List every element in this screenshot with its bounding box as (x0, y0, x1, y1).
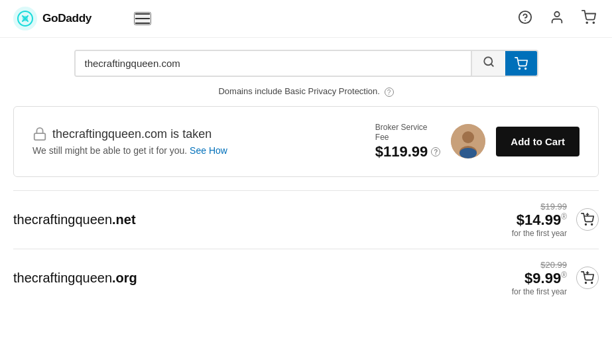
see-how-link[interactable]: See How (190, 145, 227, 156)
domain-row-pricing-org: $20.99 $9.99® for the first year (512, 260, 567, 296)
logo-text: GoDaddy (42, 7, 115, 30)
domain-taken-card: thecraftingqueen.com is taken We still m… (13, 106, 599, 177)
svg-point-22 (591, 282, 593, 284)
taken-description: We still might be able to get it for you… (32, 145, 187, 156)
search-button[interactable] (471, 51, 505, 76)
broker-label-line2: Fee (375, 133, 389, 142)
cart-search-icon (515, 57, 528, 70)
add-to-cart-net-button[interactable] (576, 208, 599, 231)
svg-point-14 (462, 131, 474, 143)
svg-point-17 (585, 224, 587, 225)
svg-point-7 (593, 22, 594, 23)
svg-text:GoDaddy: GoDaddy (42, 11, 92, 25)
broker-label: Broker Service Fee (375, 123, 441, 143)
sale-price-org: $9.99® (524, 270, 567, 287)
search-input[interactable] (76, 51, 471, 76)
domain-row-name-net: thecraftingqueen.net (13, 212, 512, 227)
help-icon (518, 10, 532, 25)
privacy-note: Domains include Basic Privacy Protection… (0, 82, 612, 106)
svg-point-16 (459, 148, 477, 158)
svg-line-9 (491, 64, 493, 66)
svg-point-10 (519, 68, 520, 69)
first-year-org: for the first year (512, 287, 567, 296)
sale-price-net: $14.99® (517, 212, 567, 229)
broker-price-info-icon: ? (431, 147, 440, 156)
add-cart-net-icon (581, 213, 594, 226)
logo[interactable]: GoDaddy (13, 7, 115, 30)
cart-search-button[interactable] (505, 51, 537, 76)
search-bar (74, 50, 538, 77)
broker-section: Broker Service Fee $119.99 ? Add to Cart (375, 123, 580, 160)
search-section (0, 38, 612, 82)
sale-price-value-net: $14.99 (517, 212, 561, 228)
broker-price: $119.99 ? (375, 143, 441, 160)
svg-point-1 (23, 16, 28, 21)
hamburger-line-2 (135, 18, 150, 19)
svg-rect-12 (34, 133, 46, 140)
taken-title: thecraftingqueen.com is taken (32, 127, 359, 141)
taken-domain-icon (32, 127, 47, 141)
domain-base-net: thecraftingqueen (13, 212, 112, 227)
account-icon (550, 10, 564, 25)
original-price-org: $20.99 (540, 260, 567, 270)
first-year-net: for the first year (512, 229, 567, 238)
broker-price-value: $119.99 (375, 143, 428, 160)
hamburger-line-1 (135, 13, 150, 15)
cart-nav-button[interactable] (579, 7, 599, 30)
table-row: thecraftingqueen.net $19.99 $14.99® for … (13, 190, 599, 249)
domain-base-org: thecraftingqueen (13, 271, 112, 285)
sale-price-info-org: ® (561, 270, 567, 279)
table-row: thecraftingqueen.org $20.99 $9.99® for t… (13, 249, 599, 307)
cart-nav-icon (581, 10, 596, 25)
navbar: GoDaddy (0, 0, 612, 38)
taken-subtitle: We still might be able to get it for you… (32, 145, 359, 156)
domain-row-pricing-net: $19.99 $14.99® for the first year (512, 202, 567, 238)
domain-list: thecraftingqueen.net $19.99 $14.99® for … (13, 190, 599, 307)
svg-point-18 (591, 224, 593, 225)
sale-price-info-net: ® (561, 212, 567, 221)
hamburger-menu-button[interactable] (134, 12, 151, 25)
broker-avatar-image (451, 124, 485, 158)
sale-price-value-org: $9.99 (524, 270, 561, 286)
nav-icons (515, 7, 599, 30)
broker-label-line1: Broker Service (375, 123, 428, 132)
taken-domain-name: thecraftingqueen.com is taken (52, 127, 212, 141)
svg-point-5 (554, 11, 559, 16)
godaddy-logo-icon (13, 7, 37, 30)
add-to-cart-org-button[interactable] (576, 267, 599, 289)
search-icon (483, 56, 495, 68)
original-price-net: $19.99 (540, 202, 567, 212)
taken-status-label: is taken (170, 127, 212, 141)
hamburger-line-3 (135, 23, 150, 24)
help-button[interactable] (515, 7, 535, 30)
privacy-info-icon: ? (385, 88, 394, 97)
broker-info: Broker Service Fee $119.99 ? (375, 123, 441, 160)
svg-point-11 (524, 68, 526, 69)
account-button[interactable] (547, 7, 567, 30)
privacy-text: Domains include Basic Privacy Protection… (218, 86, 380, 96)
taken-info: thecraftingqueen.com is taken We still m… (32, 127, 359, 156)
svg-point-21 (585, 282, 587, 284)
svg-point-6 (586, 22, 587, 23)
add-to-cart-button[interactable]: Add to Cart (496, 127, 580, 156)
add-cart-org-icon (581, 271, 594, 284)
taken-domain-text: thecraftingqueen.com (52, 127, 167, 141)
domain-tld-net: .net (112, 212, 136, 227)
broker-avatar (451, 124, 485, 158)
domain-row-name-org: thecraftingqueen.org (13, 271, 512, 286)
domain-tld-org: .org (112, 271, 137, 285)
godaddy-wordmark: GoDaddy (42, 7, 115, 27)
